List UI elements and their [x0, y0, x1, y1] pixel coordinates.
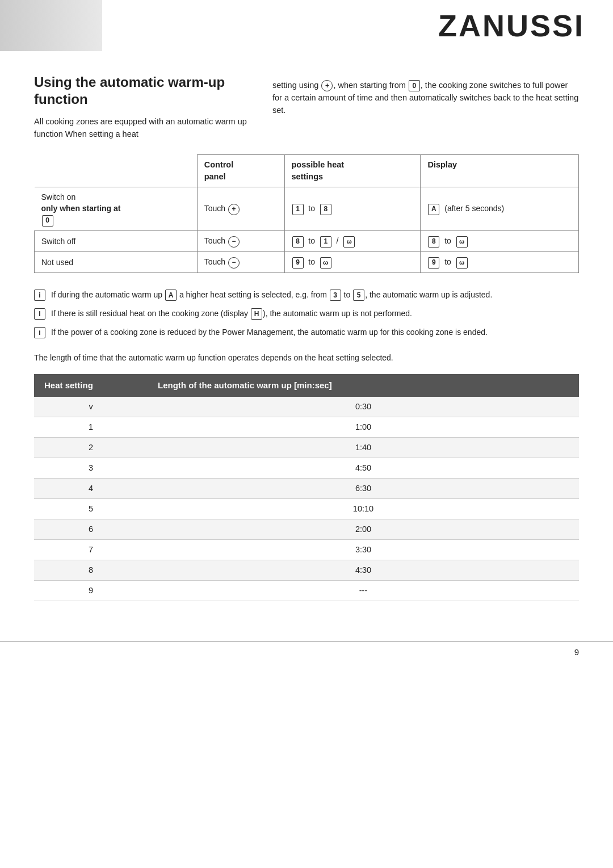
intro-right-text: setting using , when starting from , the…	[272, 79, 579, 116]
heat-setting-value: 1	[34, 417, 148, 437]
heat-table-row: 34:50	[34, 458, 579, 478]
header-logo-area: ZANUSSI	[102, 0, 613, 51]
sym-1	[292, 204, 304, 215]
info-icon-2: i	[34, 308, 45, 320]
heat-duration-value: 4:50	[148, 458, 579, 478]
heat-table-wrapper: Heat setting Length of the automatic war…	[34, 374, 579, 601]
intro-left-col: Using the automatic warm-up function All…	[34, 74, 250, 141]
sym-3: 3	[330, 290, 341, 301]
heat-setting-value: 9	[34, 580, 148, 601]
zero-symbol	[409, 80, 420, 91]
para-text: The length of time that the automatic wa…	[34, 352, 579, 364]
intro-left-text: All cooking zones are equpped with an au…	[34, 116, 250, 141]
heat-table-row: 9---	[34, 580, 579, 601]
row-display-switchon: (after 5 seconds)	[421, 187, 579, 230]
note-text-1: If during the automatic warm up a higher…	[51, 289, 579, 301]
row-label-bold: only when starting at	[41, 204, 121, 213]
footer: 9	[0, 641, 613, 659]
heat-table-row: 510:10	[34, 498, 579, 519]
heat-setting-value: 7	[34, 539, 148, 560]
touch-minus-symbol	[228, 236, 240, 248]
sym-H	[251, 308, 262, 320]
heat-duration-value: 10:10	[148, 498, 579, 519]
touch-minus-symbol2	[228, 257, 240, 269]
heat-table-row: 84:30	[34, 560, 579, 580]
note-item-1: i If during the automatic warm up a high…	[34, 289, 579, 301]
row-heat-switchon: to	[284, 187, 421, 230]
table-header-heat: possible heatsettings	[284, 154, 421, 187]
heat-duration-value: 6:30	[148, 478, 579, 498]
note-text-3: If the power of a cooking zone is reduce…	[51, 326, 579, 338]
heat-duration-value: 0:30	[148, 397, 579, 417]
heat-duration-value: 4:30	[148, 560, 579, 580]
zanussi-logo: ZANUSSI	[438, 3, 585, 48]
table-header-display: Display	[421, 154, 579, 187]
heat-table-row: 62:00	[34, 519, 579, 539]
page-title: Using the automatic warm-up function	[34, 74, 250, 108]
row-label-switchon: Switch ononly when starting at	[35, 187, 198, 230]
heat-duration-value: 1:40	[148, 437, 579, 458]
row-label-notused: Not used	[35, 251, 198, 272]
row-control-switchon: Touch	[197, 187, 284, 230]
sym-8b	[292, 236, 304, 248]
sym-8c	[428, 236, 439, 248]
heat-duration-value: 3:30	[148, 539, 579, 560]
sym-8	[320, 204, 331, 215]
sym-9	[292, 257, 304, 269]
heat-table-row: 46:30	[34, 478, 579, 498]
sym-A	[428, 204, 439, 215]
table-header-empty	[35, 154, 198, 187]
note-text-2: If there is still residual heat on the c…	[51, 308, 579, 320]
heat-setting-value: 5	[34, 498, 148, 519]
header-gray-bar	[0, 0, 102, 51]
sym-5: 5	[353, 290, 364, 301]
row-label-switchoff: Switch off	[35, 230, 198, 251]
control-table-wrapper: Controlpanel possible heatsettings Displ…	[34, 154, 579, 273]
intro-section: Using the automatic warm-up function All…	[34, 74, 579, 141]
table-row: Switch ononly when starting at Touch to …	[35, 187, 579, 230]
sym-A2	[165, 290, 177, 301]
main-content: Using the automatic warm-up function All…	[0, 51, 613, 624]
sym-u4: ω	[456, 257, 468, 269]
heat-setting-value: 3	[34, 458, 148, 478]
sym-u: ω	[343, 236, 355, 248]
heat-duration-value: 1:00	[148, 417, 579, 437]
plus-symbol	[321, 80, 333, 91]
heat-table-row: 11:00	[34, 417, 579, 437]
heat-duration-value: ---	[148, 580, 579, 601]
sym-9b	[428, 257, 439, 269]
row-control-notused: Touch	[197, 251, 284, 272]
touch-plus-symbol	[228, 204, 240, 215]
notes-section: i If during the automatic warm up a high…	[34, 289, 579, 338]
row-heat-switchoff: to / ω	[284, 230, 421, 251]
row-heat-notused: to ω	[284, 251, 421, 272]
heat-setting-value: 6	[34, 519, 148, 539]
note-item-2: i If there is still residual heat on the…	[34, 308, 579, 320]
heat-setting-value: 8	[34, 560, 148, 580]
heat-table: Heat setting Length of the automatic war…	[34, 374, 579, 601]
table-header-control: Controlpanel	[197, 154, 284, 187]
info-icon-3: i	[34, 327, 45, 338]
heat-table-header-row: Heat setting Length of the automatic war…	[34, 374, 579, 397]
sym-u3: ω	[320, 257, 331, 269]
note-item-3: i If the power of a cooking zone is redu…	[34, 326, 579, 338]
heat-table-row: v0:30	[34, 397, 579, 417]
table-row: Switch off Touch to / ω to	[35, 230, 579, 251]
heat-setting-value: v	[34, 397, 148, 417]
page-number: 9	[574, 646, 579, 659]
heat-table-col2-header: Length of the automatic warm up [min:sec…	[148, 374, 579, 397]
row-display-switchoff: to ω	[421, 230, 579, 251]
heat-setting-value: 4	[34, 478, 148, 498]
control-table: Controlpanel possible heatsettings Displ…	[34, 154, 579, 273]
starting-at-symbol	[42, 215, 53, 227]
heat-duration-value: 2:00	[148, 519, 579, 539]
sym-u2: ω	[456, 236, 468, 248]
heat-table-row: 21:40	[34, 437, 579, 458]
heat-table-row: 73:30	[34, 539, 579, 560]
sym-1b	[320, 236, 331, 248]
table-row: Not used Touch to ω to ω	[35, 251, 579, 272]
intro-right-col: setting using , when starting from , the…	[272, 74, 579, 141]
info-icon-1: i	[34, 290, 45, 301]
page-header: ZANUSSI	[0, 0, 613, 51]
heat-table-col1-header: Heat setting	[34, 374, 148, 397]
